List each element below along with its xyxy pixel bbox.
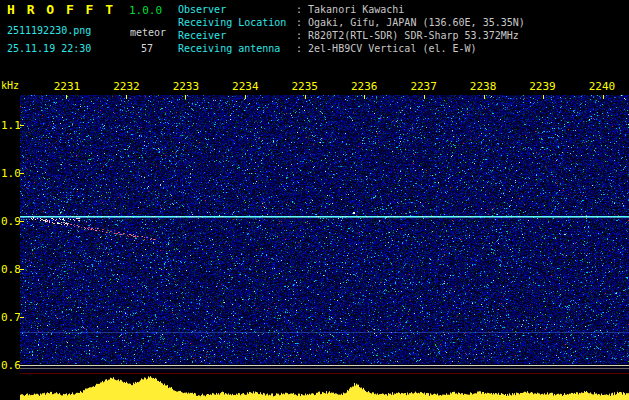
echo-count: 57 xyxy=(141,43,153,54)
info-label: Observer xyxy=(178,3,296,16)
app-title: H R O F F T xyxy=(7,2,115,17)
info-label: Receiving antenna xyxy=(178,42,296,55)
info-row: Receiver : R820T2(RTL-SDR) SDR-Sharp 53.… xyxy=(178,29,525,42)
info-colon: : xyxy=(296,29,302,42)
station-info: Observer : Takanori Kawachi Receiving Lo… xyxy=(178,3,525,55)
info-row: Receiving Location : Ogaki, Gifu, JAPAN … xyxy=(178,16,525,29)
info-value: Takanori Kawachi xyxy=(308,3,404,16)
time-tick-label: 2237 xyxy=(408,80,440,93)
time-tick-label: 2231 xyxy=(51,80,83,93)
time-axis: 2231 2232 2233 2234 2235 2236 2237 2238 … xyxy=(51,80,618,93)
freq-tick-label: 0.8 xyxy=(1,263,21,276)
info-colon: : xyxy=(296,42,302,55)
signal-strength-canvas xyxy=(20,373,629,400)
info-label: Receiver xyxy=(178,29,296,42)
app-version: 1.0.0 xyxy=(129,4,162,17)
freq-tick-label: 1.0 xyxy=(1,167,21,180)
time-tick-label: 2235 xyxy=(289,80,321,93)
info-row: Receiving antenna : 2el-HB9CV Vertical (… xyxy=(178,42,525,55)
info-value: Ogaki, Gifu, JAPAN (136.60E, 35.35N) xyxy=(308,16,525,29)
freq-axis-unit: kHz xyxy=(1,80,19,91)
time-tick-label: 2232 xyxy=(110,80,142,93)
info-row: Observer : Takanori Kawachi xyxy=(178,3,525,16)
time-tick-label: 2236 xyxy=(348,80,380,93)
freq-axis: 1.1 1.0 0.9 0.8 0.7 0.6 xyxy=(0,95,19,372)
time-tick-label: 2234 xyxy=(229,80,261,93)
spectrogram-canvas xyxy=(20,95,629,372)
info-colon: : xyxy=(296,16,302,29)
time-tick-label: 2233 xyxy=(170,80,202,93)
info-value: R820T2(RTL-SDR) SDR-Sharp 53.372MHz xyxy=(308,29,519,42)
info-label: Receiving Location xyxy=(178,16,296,29)
time-tick-label: 2239 xyxy=(527,80,559,93)
datetime-label: 25.11.19 22:30 xyxy=(7,43,91,54)
freq-tick-label: 1.1 xyxy=(1,119,21,132)
info-value: 2el-HB9CV Vertical (el. E-W) xyxy=(308,42,477,55)
info-colon: : xyxy=(296,3,302,16)
hrofft-window: H R O F F T 1.0.0 2511192230.png meteor … xyxy=(0,0,629,400)
output-filename: 2511192230.png xyxy=(7,25,91,36)
freq-tick-label: 0.9 xyxy=(1,215,21,228)
time-tick-label: 2238 xyxy=(467,80,499,93)
mode-label: meteor xyxy=(130,27,166,38)
freq-tick-label: 0.6 xyxy=(1,359,21,372)
freq-tick-label: 0.7 xyxy=(1,311,21,324)
time-tick-label: 2240 xyxy=(586,80,618,93)
